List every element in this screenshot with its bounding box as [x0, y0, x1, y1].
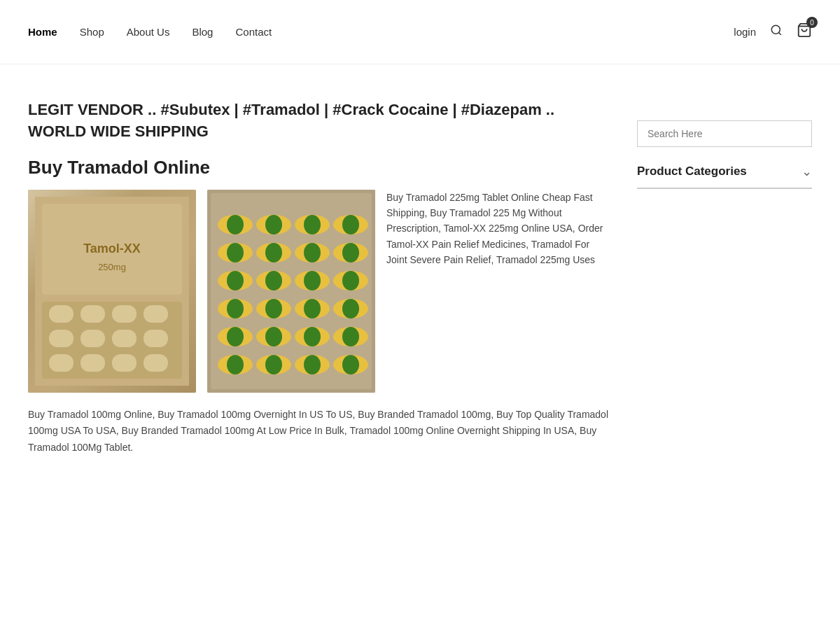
svg-point-63 — [227, 355, 244, 374]
svg-point-65 — [265, 355, 282, 374]
svg-point-43 — [304, 271, 321, 290]
svg-point-57 — [265, 327, 282, 346]
product-description: Buy Tramadol 225mg Tablet Online Cheap F… — [386, 190, 609, 393]
box-illustration: Tamol-XX 250mg — [35, 197, 189, 386]
sidebar: Product Categories ⌄ — [637, 78, 812, 456]
svg-point-53 — [342, 299, 359, 318]
svg-rect-11 — [80, 330, 105, 347]
svg-rect-7 — [80, 305, 105, 323]
svg-point-37 — [342, 243, 359, 262]
header-actions: login 0 — [734, 22, 812, 41]
search-icon — [770, 24, 783, 36]
cart-button[interactable]: 0 — [797, 22, 812, 41]
svg-point-27 — [304, 215, 321, 234]
svg-point-49 — [265, 299, 282, 318]
login-link[interactable]: login — [734, 26, 756, 38]
nav-home[interactable]: Home — [28, 26, 57, 38]
svg-rect-17 — [144, 354, 168, 372]
section-heading: Buy Tramadol Online — [28, 157, 609, 178]
nav-shop[interactable]: Shop — [80, 26, 104, 38]
cart-badge: 0 — [806, 17, 818, 28]
svg-point-39 — [227, 271, 244, 290]
svg-point-23 — [227, 215, 244, 234]
svg-text:Tamol-XX: Tamol-XX — [83, 241, 141, 255]
page-container: LEGIT VENDOR .. #Subutex | #Tramadol | #… — [0, 64, 840, 470]
nav-about-us[interactable]: About Us — [127, 26, 170, 38]
main-content: LEGIT VENDOR .. #Subutex | #Tramadol | #… — [28, 78, 609, 456]
tramadol-box-image: Tamol-XX 250mg — [28, 190, 196, 393]
nav-blog[interactable]: Blog — [192, 26, 213, 38]
svg-point-61 — [342, 327, 359, 346]
product-image-2 — [207, 190, 375, 393]
svg-rect-14 — [49, 354, 74, 372]
svg-rect-10 — [49, 330, 74, 347]
svg-point-55 — [227, 327, 244, 346]
body-text: Buy Tramadol 100mg Online, Buy Tramadol … — [28, 407, 609, 456]
svg-point-25 — [265, 215, 282, 234]
main-nav: Home Shop About Us Blog Contact — [28, 26, 272, 38]
search-button[interactable] — [770, 24, 783, 40]
svg-point-67 — [304, 355, 321, 374]
svg-rect-15 — [80, 354, 105, 372]
nav-contact[interactable]: Contact — [235, 26, 272, 38]
svg-point-69 — [342, 355, 359, 374]
product-categories-section: Product Categories ⌄ — [637, 164, 812, 189]
svg-point-47 — [227, 299, 244, 318]
svg-rect-16 — [112, 354, 136, 372]
product-image-1: Tamol-XX 250mg — [28, 190, 196, 393]
svg-point-0 — [771, 25, 780, 34]
chevron-down-icon[interactable]: ⌄ — [802, 164, 812, 179]
svg-point-51 — [304, 299, 321, 318]
search-input[interactable] — [637, 120, 812, 147]
product-categories-title: Product Categories — [637, 164, 747, 178]
svg-rect-9 — [144, 305, 168, 323]
svg-point-35 — [304, 243, 321, 262]
svg-point-59 — [304, 327, 321, 346]
svg-line-1 — [778, 32, 780, 34]
svg-rect-6 — [49, 305, 74, 323]
site-header: Home Shop About Us Blog Contact login 0 — [0, 0, 840, 64]
svg-point-29 — [342, 215, 359, 234]
svg-point-45 — [342, 271, 359, 290]
svg-point-33 — [265, 243, 282, 262]
svg-rect-12 — [112, 330, 136, 347]
svg-point-31 — [227, 243, 244, 262]
svg-text:250mg: 250mg — [98, 262, 126, 272]
svg-rect-13 — [144, 330, 168, 347]
product-images-row: Tamol-XX 250mg — [28, 190, 609, 393]
pills-illustration — [207, 190, 375, 393]
svg-rect-8 — [112, 305, 136, 323]
svg-point-41 — [265, 271, 282, 290]
page-title: LEGIT VENDOR .. #Subutex | #Tramadol | #… — [28, 99, 609, 143]
